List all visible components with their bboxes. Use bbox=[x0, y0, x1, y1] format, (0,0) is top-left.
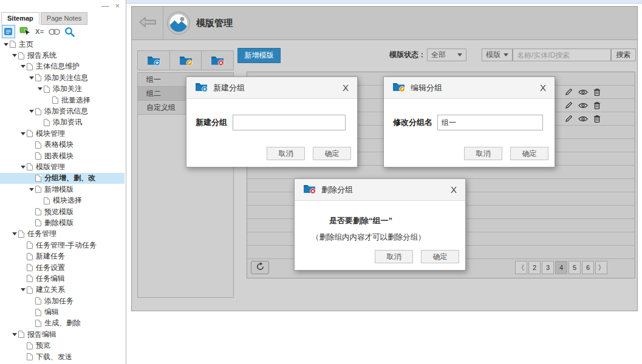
status-dropdown[interactable]: 全部 bbox=[427, 49, 466, 61]
page-icon bbox=[27, 163, 33, 170]
delete-group-button[interactable] bbox=[202, 50, 234, 70]
back-button[interactable] bbox=[132, 7, 163, 40]
caret-down-icon[interactable] bbox=[2, 43, 10, 46]
edit-group-button[interactable] bbox=[170, 50, 202, 70]
sitemap-item[interactable]: 下载、发送 bbox=[0, 351, 125, 362]
cancel-button[interactable]: 取消 bbox=[267, 147, 305, 160]
refresh-button[interactable] bbox=[251, 261, 269, 274]
sitemap-item[interactable]: 模版管理 bbox=[0, 161, 125, 172]
cancel-button[interactable]: 取消 bbox=[375, 250, 413, 263]
sitemap-item[interactable]: 图表模块 bbox=[0, 150, 125, 161]
table-row bbox=[247, 166, 635, 179]
confirm-button[interactable]: 确定 bbox=[421, 250, 459, 263]
sitemap-item[interactable]: 任务管理 bbox=[0, 229, 125, 240]
tab-sitemap[interactable]: Sitemap bbox=[1, 12, 39, 25]
minimize-icon[interactable]: — bbox=[101, 1, 109, 11]
sitemap-item[interactable]: 新建任务 bbox=[0, 251, 125, 261]
caret-down-icon[interactable] bbox=[28, 110, 35, 113]
sitemap-item[interactable]: 报告系统 bbox=[0, 50, 125, 61]
interaction-cursor-icon[interactable] bbox=[19, 27, 31, 37]
edit-icon[interactable] bbox=[565, 101, 573, 109]
cancel-button[interactable]: 取消 bbox=[464, 147, 502, 160]
view-icon[interactable] bbox=[578, 115, 588, 123]
row-actions bbox=[565, 86, 601, 98]
close-icon[interactable]: X bbox=[540, 83, 546, 93]
close-icon[interactable]: × bbox=[115, 1, 120, 11]
sitemap-item-label: 任务管理-手动任务 bbox=[36, 240, 97, 251]
caret-down-icon[interactable] bbox=[11, 54, 18, 57]
sitemap-item[interactable]: 建立关系 bbox=[0, 285, 125, 295]
sitemap-item[interactable]: 任务编辑 bbox=[0, 273, 125, 284]
add-template-button[interactable]: 新增模版 bbox=[237, 48, 281, 63]
caret-down-icon[interactable] bbox=[19, 65, 27, 68]
caret-down-icon[interactable] bbox=[28, 76, 35, 79]
x-equals-icon[interactable]: X= bbox=[35, 28, 44, 35]
confirm-button[interactable]: 确定 bbox=[313, 147, 351, 160]
sitemap-item[interactable]: 新增模版 bbox=[0, 184, 125, 195]
prev-page-button[interactable]: 《 bbox=[515, 261, 527, 274]
caret-down-icon[interactable] bbox=[19, 166, 27, 169]
search-input[interactable] bbox=[513, 49, 611, 61]
link-icon[interactable] bbox=[49, 29, 60, 35]
sitemap-item[interactable]: 编辑 bbox=[0, 306, 125, 317]
close-icon[interactable]: X bbox=[343, 83, 349, 93]
edit-group-name-input[interactable] bbox=[437, 115, 543, 130]
view-icon[interactable] bbox=[578, 102, 588, 109]
delete-icon[interactable] bbox=[593, 115, 601, 123]
page-number-button[interactable]: 6 bbox=[582, 261, 594, 274]
caret-down-icon[interactable] bbox=[11, 333, 18, 336]
sitemap-item[interactable]: 生成、删除 bbox=[0, 318, 125, 329]
sitemap-item-label: 添加任务 bbox=[44, 296, 73, 306]
sitemap-item-label: 模版管理 bbox=[36, 162, 65, 172]
sitemap-item[interactable]: 批量选择 bbox=[0, 95, 125, 106]
caret-down-icon[interactable] bbox=[36, 87, 44, 90]
sitemap-item[interactable]: 任务设置 bbox=[0, 262, 125, 273]
window-controls: — × bbox=[101, 1, 120, 11]
delete-icon[interactable] bbox=[593, 101, 601, 110]
sitemap-item[interactable]: 删除模版 bbox=[0, 217, 125, 228]
view-icon[interactable] bbox=[578, 89, 588, 96]
page-number-button[interactable]: 3 bbox=[542, 261, 554, 274]
caret-down-icon[interactable] bbox=[28, 188, 35, 191]
page-number-button[interactable]: 4 bbox=[555, 261, 567, 274]
sitemap-item[interactable]: 模块管理 bbox=[0, 128, 125, 139]
sitemap-item[interactable]: 添加资讯 bbox=[0, 117, 125, 128]
new-group-name-input[interactable] bbox=[233, 115, 346, 130]
tab-page-notes[interactable]: Page Notes bbox=[41, 12, 87, 25]
edit-icon[interactable] bbox=[565, 88, 573, 96]
sitemap-item[interactable]: 添加任务 bbox=[0, 295, 125, 306]
sitemap-item[interactable]: 添加资讯信息 bbox=[0, 106, 125, 116]
caret-down-icon[interactable] bbox=[11, 232, 18, 235]
edit-icon[interactable] bbox=[565, 115, 573, 123]
caret-down-icon[interactable] bbox=[19, 132, 27, 135]
page-number-button[interactable]: 2 bbox=[528, 261, 541, 274]
caret-down-icon[interactable] bbox=[19, 288, 27, 291]
sitemap-item-label: 报告编辑 bbox=[27, 329, 56, 340]
search-button[interactable]: 搜索 bbox=[611, 49, 636, 61]
sitemap-item[interactable]: 主体信息维护 bbox=[0, 61, 125, 72]
sitemap-item[interactable]: 添加关注信息 bbox=[0, 72, 125, 83]
page-number-button[interactable]: 5 bbox=[569, 261, 581, 274]
sitemap-item-label: 预览 bbox=[36, 340, 50, 351]
page-icon bbox=[44, 119, 50, 126]
panel-tabs: Sitemap Page Notes bbox=[1, 12, 89, 25]
sitemap-item[interactable]: 主页 bbox=[0, 39, 125, 50]
search-type-dropdown[interactable]: 模版 bbox=[482, 49, 513, 61]
delete-group-folder-icon bbox=[303, 184, 316, 195]
confirm-button[interactable]: 确定 bbox=[510, 147, 548, 160]
add-group-button[interactable] bbox=[137, 50, 170, 70]
delete-icon[interactable] bbox=[593, 88, 601, 96]
sitemap-item[interactable]: 任务管理-手动任务 bbox=[0, 240, 125, 251]
next-page-button[interactable]: 》 bbox=[595, 261, 607, 274]
status-dropdown-value: 全部 bbox=[431, 50, 446, 60]
sitemap-item[interactable]: 分组增、删、改 bbox=[0, 173, 125, 184]
sitemap-item[interactable]: 表格模块 bbox=[0, 140, 125, 150]
sitemap-item[interactable]: 预览模版 bbox=[0, 206, 125, 217]
sitemap-item[interactable]: 报告编辑 bbox=[0, 329, 125, 340]
close-icon[interactable]: X bbox=[451, 184, 457, 195]
sitemap-item[interactable]: 预览 bbox=[0, 340, 125, 351]
sitemap-item[interactable]: 模块选择 bbox=[0, 195, 125, 206]
search-icon[interactable] bbox=[64, 27, 75, 37]
note-page-icon[interactable] bbox=[2, 25, 15, 38]
sitemap-item[interactable]: 添加关注 bbox=[0, 84, 125, 95]
